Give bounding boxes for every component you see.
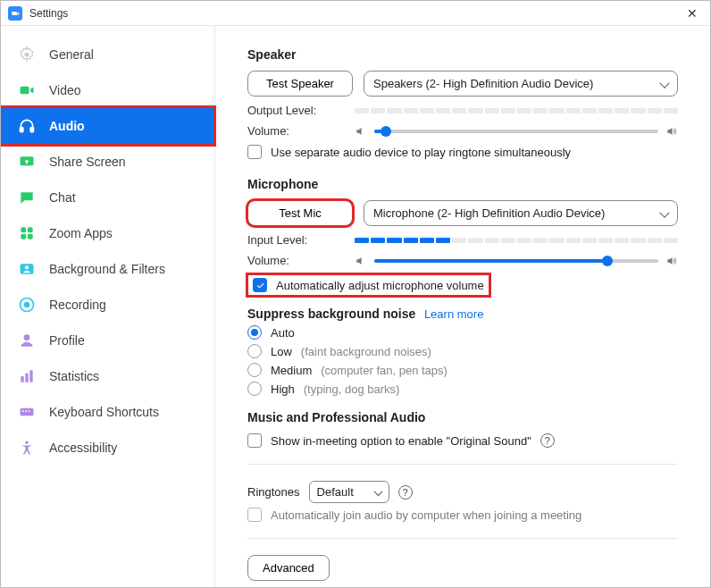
headphones-icon [17,116,37,136]
close-button[interactable]: ✕ [682,3,703,24]
titlebar: Settings ✕ [1,1,710,26]
sidebar-item-accessibility[interactable]: Accessibility [1,430,214,466]
video-icon [17,80,37,100]
suppress-option-label: Medium [271,364,312,377]
mic-volume-label: Volume: [247,254,344,267]
help-icon[interactable]: ? [398,485,413,500]
accessibility-icon [17,438,37,458]
suppress-option-label: Low [271,345,292,358]
sidebar-label: Background & Filters [49,262,165,276]
window-title: Settings [29,7,682,20]
statistics-icon [17,366,37,386]
sidebar-item-profile[interactable]: Profile [1,323,214,358]
sidebar-label: Audio [49,119,85,133]
suppress-option-hint: (computer fan, pen taps) [321,364,448,377]
sidebar-label: Keyboard Shortcuts [49,405,159,419]
suppress-high-radio[interactable] [247,382,262,396]
suppress-heading: Suppress background noise [247,307,415,321]
original-sound-label: Show in-meeting option to enable "Origin… [271,434,531,448]
svg-point-21 [25,441,28,444]
music-heading: Music and Professional Audio [247,410,678,424]
sidebar-item-video[interactable]: Video [1,72,214,108]
mic-device-select[interactable]: Microphone (2- High Definition Audio Dev… [364,200,678,226]
sidebar-label: Video [49,83,81,97]
share-screen-icon [17,152,37,172]
divider [247,464,678,465]
mic-volume-slider[interactable] [374,259,658,263]
svg-rect-14 [21,376,23,382]
svg-rect-6 [28,227,33,232]
output-level-meter [355,108,678,113]
auto-join-audio-checkbox[interactable] [247,508,262,522]
sidebar-label: Recording [49,298,106,312]
profile-icon [17,331,37,350]
advanced-button[interactable]: Advanced [247,555,330,581]
svg-rect-7 [21,234,26,239]
suppress-auto-radio[interactable] [247,325,262,340]
sidebar-item-general[interactable]: General [1,37,214,72]
content-pane: Speaker Test Speaker Speakers (2- High D… [215,26,710,587]
sidebar-label: Chat [49,190,76,205]
sidebar-item-recording[interactable]: Recording [1,287,214,323]
sidebar-item-zoom-apps[interactable]: Zoom Apps [1,215,214,251]
microphone-heading: Microphone [247,177,678,191]
sidebar-label: Profile [49,333,85,348]
speaker-heading: Speaker [247,47,678,62]
suppress-option-hint: (typing, dog barks) [304,382,400,396]
app-icon [8,6,22,21]
original-sound-checkbox[interactable] [247,433,262,448]
speaker-device-select[interactable]: Speakers (2- High Definition Audio Devic… [364,71,678,97]
svg-rect-18 [22,410,24,412]
svg-point-10 [25,265,29,269]
svg-rect-3 [30,128,33,132]
suppress-option-label: Auto [271,326,295,340]
sidebar-label: Zoom Apps [49,226,113,240]
speaker-volume-slider[interactable] [374,130,658,133]
test-speaker-button[interactable]: Test Speaker [247,71,353,97]
speaker-volume-label: Volume: [247,124,344,138]
suppress-option-label: High [271,382,295,396]
svg-rect-1 [21,87,29,94]
keyboard-icon [17,402,37,422]
divider [247,538,678,539]
learn-more-link[interactable]: Learn more [424,307,483,321]
svg-point-13 [24,334,30,340]
auto-adjust-mic-label: Automatically adjust microphone volume [276,279,484,292]
volume-high-icon [665,255,678,267]
input-level-meter [355,238,678,243]
suppress-low-radio[interactable] [247,344,262,358]
ringtones-select[interactable]: Default [309,481,389,503]
output-level-label: Output Level: [247,104,344,117]
sidebar-item-share-screen[interactable]: Share Screen [1,144,214,180]
volume-low-icon [355,125,367,138]
suppress-option-hint: (faint background noises) [301,345,431,358]
separate-ringtone-label: Use separate audio device to play ringto… [271,146,571,159]
svg-point-0 [25,53,29,57]
recording-icon [17,295,37,315]
test-mic-button[interactable]: Test Mic [247,200,353,226]
sidebar-item-statistics[interactable]: Statistics [1,358,214,394]
auto-adjust-mic-checkbox[interactable] [253,278,267,292]
apps-icon [17,223,37,243]
sidebar-label: Accessibility [49,441,117,455]
input-level-label: Input Level: [247,233,344,247]
sidebar-item-background[interactable]: Background & Filters [1,251,214,287]
svg-point-12 [24,302,30,308]
svg-rect-2 [21,128,23,132]
suppress-medium-radio[interactable] [247,363,262,377]
separate-ringtone-checkbox[interactable] [247,145,262,159]
auto-join-audio-label: Automatically join audio by computer whe… [271,508,581,522]
svg-rect-15 [25,374,28,382]
chat-icon [17,188,37,207]
svg-rect-8 [28,234,33,239]
volume-low-icon [355,255,367,267]
sidebar-item-keyboard[interactable]: Keyboard Shortcuts [1,394,214,430]
sidebar-label: Share Screen [49,155,126,169]
sidebar: General Video Audio Share Screen Chat Zo… [1,26,215,587]
ringtones-label: Ringtones [247,485,300,499]
gear-icon [17,45,37,64]
help-icon[interactable]: ? [540,433,555,448]
sidebar-item-chat[interactable]: Chat [1,180,214,215]
sidebar-item-audio[interactable]: Audio [1,108,214,144]
background-icon [17,259,37,279]
